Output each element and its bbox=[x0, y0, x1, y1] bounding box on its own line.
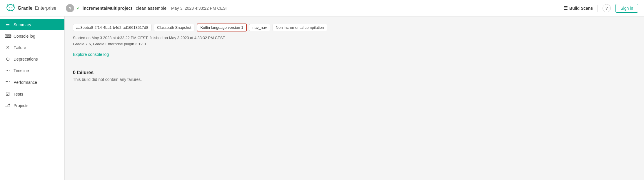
sidebar: ☰Summary⌨Console log✕Failure⊙Deprecation… bbox=[0, 16, 65, 180]
svg-point-2 bbox=[11, 6, 12, 7]
tag-classpath-tag[interactable]: Classpath Snapshot bbox=[154, 24, 194, 31]
main-layout: ☰Summary⌨Console log✕Failure⊙Deprecation… bbox=[0, 16, 644, 180]
logo: Gradle Enterprise bbox=[6, 3, 56, 14]
section-divider bbox=[73, 64, 636, 64]
sidebar-item-failure[interactable]: ✕Failure bbox=[0, 42, 64, 53]
sidebar-label-console-log: Console log bbox=[14, 34, 35, 39]
build-tasks: clean assemble bbox=[136, 6, 166, 11]
gradle-logo-icon bbox=[6, 3, 15, 14]
sidebar-icon-tests: ☑ bbox=[5, 91, 11, 97]
gradle-text: Gradle bbox=[18, 6, 33, 11]
build-scans-icon: ☰ bbox=[563, 5, 568, 11]
sidebar-item-summary[interactable]: ☰Summary bbox=[0, 19, 64, 30]
sidebar-label-summary: Summary bbox=[14, 22, 31, 27]
sidebar-label-tests: Tests bbox=[14, 92, 23, 96]
header: Gradle Enterprise N ✓ incrementalMultipr… bbox=[0, 0, 644, 16]
sidebar-icon-projects: ⎇ bbox=[5, 103, 11, 108]
sidebar-item-projects[interactable]: ⎇Projects bbox=[0, 100, 64, 111]
sidebar-label-timeline: Timeline bbox=[14, 68, 29, 73]
build-scans-label: Build Scans bbox=[569, 6, 593, 11]
tag-uuid-tag[interactable]: aa3ebba8-2f14-4ba1-b4d2-ad16613517d8 bbox=[73, 24, 151, 31]
failures-section: 0 failures This build did not contain an… bbox=[73, 70, 636, 82]
sidebar-icon-performance: 〜 bbox=[5, 79, 11, 85]
meta-line1: Started on May 3 2023 at 4:33:22 PM CEST… bbox=[73, 35, 636, 41]
tag-kotlin-tag[interactable]: Kotlin language version 1 bbox=[197, 24, 247, 31]
success-icon: ✓ bbox=[76, 5, 80, 11]
sidebar-label-projects: Projects bbox=[14, 103, 29, 108]
build-info: N ✓ incrementalMultiproject clean assemb… bbox=[66, 4, 559, 12]
failures-heading: 0 failures bbox=[73, 70, 636, 75]
avatar: N bbox=[66, 4, 74, 12]
header-divider bbox=[598, 5, 598, 12]
sidebar-icon-summary: ☰ bbox=[5, 22, 11, 27]
sidebar-label-failure: Failure bbox=[14, 45, 26, 50]
sidebar-label-performance: Performance bbox=[14, 80, 37, 85]
failures-subtext: This build did not contain any failures. bbox=[73, 77, 636, 82]
tag-nav-tag[interactable]: nav_nav bbox=[249, 24, 270, 31]
svg-point-0 bbox=[7, 4, 14, 11]
svg-point-1 bbox=[9, 6, 10, 7]
header-actions: ☰ Build Scans ? Sign in bbox=[563, 4, 638, 13]
enterprise-text: Enterprise bbox=[35, 6, 56, 11]
sidebar-icon-deprecations: ⊙ bbox=[5, 56, 11, 62]
main-content: aa3ebba8-2f14-4ba1-b4d2-ad16613517d8Clas… bbox=[65, 16, 644, 180]
build-scans-button[interactable]: ☰ Build Scans bbox=[563, 5, 593, 11]
meta-info: Started on May 3 2023 at 4:33:22 PM CEST… bbox=[73, 35, 636, 47]
tags-row: aa3ebba8-2f14-4ba1-b4d2-ad16613517d8Clas… bbox=[73, 24, 636, 31]
build-timestamp: May 3, 2023 4:33:22 PM CEST bbox=[171, 6, 228, 11]
sidebar-item-console-log[interactable]: ⌨Console log bbox=[0, 30, 64, 42]
help-button[interactable]: ? bbox=[603, 4, 611, 12]
tag-non-incremental-tag[interactable]: Non incremental compilation bbox=[273, 24, 327, 31]
sidebar-item-tests[interactable]: ☑Tests bbox=[0, 88, 64, 100]
sidebar-item-deprecations[interactable]: ⊙Deprecations bbox=[0, 53, 64, 65]
sidebar-item-timeline[interactable]: ⋯Timeline bbox=[0, 65, 64, 76]
sidebar-icon-console-log: ⌨ bbox=[5, 33, 11, 39]
build-project-name: incrementalMultiproject bbox=[83, 6, 132, 11]
sidebar-item-performance[interactable]: 〜Performance bbox=[0, 76, 64, 88]
sidebar-icon-timeline: ⋯ bbox=[5, 68, 11, 73]
meta-line2: Gradle 7.6, Gradle Enterprise plugin 3.1… bbox=[73, 41, 636, 47]
sign-in-button[interactable]: Sign in bbox=[615, 4, 638, 13]
sidebar-icon-failure: ✕ bbox=[5, 45, 11, 50]
explore-console-link[interactable]: Explore console log bbox=[73, 52, 109, 57]
sidebar-label-deprecations: Deprecations bbox=[14, 57, 38, 61]
